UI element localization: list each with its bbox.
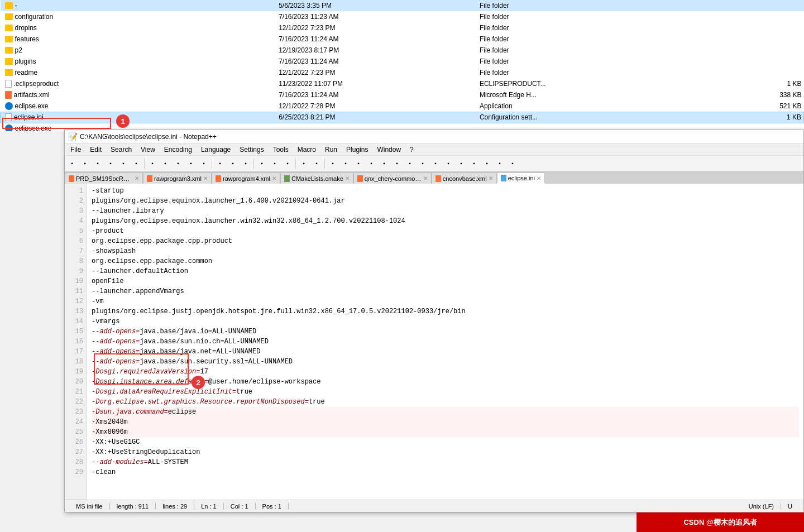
tab-close-btn[interactable]: ✕ bbox=[272, 175, 276, 181]
file-row[interactable]: configuration 7/16/2023 11:23 AM File fo… bbox=[1, 11, 804, 22]
toolbar-btn-btn11[interactable]: ▪ bbox=[442, 157, 454, 170]
toolbar-btn-find[interactable]: ▪ bbox=[130, 157, 142, 170]
toolbar-btn-close[interactable]: ▪ bbox=[104, 157, 117, 170]
toolbar-btn-new[interactable]: ▪ bbox=[66, 157, 78, 170]
tab-close-btn[interactable]: ✕ bbox=[345, 175, 350, 181]
menu-item-tools[interactable]: Tools bbox=[269, 145, 293, 155]
toolbar-btn-btn15[interactable]: ▪ bbox=[494, 157, 506, 170]
xml-icon bbox=[5, 91, 12, 99]
menu-item-run[interactable]: Run bbox=[320, 145, 342, 155]
toolbar-btn-prev[interactable]: ▪ bbox=[281, 157, 294, 170]
toolbar-btn-btn10[interactable]: ▪ bbox=[429, 157, 442, 170]
line-num-20: 20 bbox=[65, 377, 87, 387]
toolbar-btn-stop[interactable]: ▪ bbox=[269, 157, 281, 170]
menu-item-macro[interactable]: Macro bbox=[293, 145, 320, 155]
toolbar-btn-copy[interactable]: ▪ bbox=[159, 157, 171, 170]
tab-close-btn[interactable]: ✕ bbox=[203, 175, 208, 181]
code-line-9: --launcher.defaultAction bbox=[92, 266, 799, 276]
menu-item-view[interactable]: View bbox=[136, 145, 160, 155]
file-row[interactable]: features 7/16/2023 11:24 AM File folder bbox=[1, 33, 804, 45]
folder-icon bbox=[5, 25, 13, 31]
tab-close-btn[interactable]: ✕ bbox=[489, 175, 493, 181]
toolbar-btn-btn6[interactable]: ▪ bbox=[378, 157, 390, 170]
file-name[interactable]: readme bbox=[1, 67, 277, 78]
toolbar-btn-btn14[interactable]: ▪ bbox=[481, 157, 493, 170]
toolbar-btn-btn7[interactable]: ▪ bbox=[391, 157, 403, 170]
toolbar-btn-style2[interactable]: ▪ bbox=[227, 157, 239, 170]
line-num-6: 6 bbox=[65, 236, 87, 246]
toolbar-btn-btn2[interactable]: ▪ bbox=[327, 157, 339, 170]
file-date: 12/19/2023 8:17 PM bbox=[276, 45, 477, 56]
status-extra: U bbox=[781, 503, 799, 510]
folder-icon bbox=[5, 36, 13, 42]
toolbar-btn-undo[interactable]: ▪ bbox=[185, 157, 197, 170]
file-row[interactable]: artifacts.xml 7/16/2023 11:24 AM Microso… bbox=[1, 89, 804, 100]
toolbar-btn-btn5[interactable]: ▪ bbox=[365, 157, 377, 170]
toolbar-btn-style1[interactable]: ▪ bbox=[214, 157, 226, 170]
toolbar-btn-open[interactable]: ▪ bbox=[79, 157, 91, 170]
toolbar-btn-save[interactable]: ▪ bbox=[92, 157, 104, 170]
toolbar-btn-play[interactable]: ▪ bbox=[256, 157, 268, 170]
menu-item-file[interactable]: File bbox=[66, 145, 85, 155]
file-row[interactable]: plugins 7/16/2023 11:24 AM File folder bbox=[1, 56, 804, 67]
code-content[interactable]: -startupplugins/org.eclipse.equinox.laun… bbox=[87, 184, 803, 500]
file-row[interactable]: .eclipseproduct 11/23/2022 11:07 PM ECLI… bbox=[1, 78, 804, 89]
file-name[interactable]: eclipse.exe bbox=[1, 100, 277, 112]
csdn-footer: CSDN @樱木的追风者 bbox=[636, 512, 804, 532]
npp-tab-rawprogram4-xml[interactable]: rawprogram4.xml ✕ bbox=[212, 172, 280, 184]
menu-item-plugins[interactable]: Plugins bbox=[342, 145, 372, 155]
npp-tab-cnconvbase-xml[interactable]: cnconvbase.xml ✕ bbox=[432, 172, 497, 184]
npp-tab-CMakeLists-cmake[interactable]: CMakeLists.cmake ✕ bbox=[280, 172, 353, 184]
npp-tab-rawprogram3-xml[interactable]: rawprogram3.xml ✕ bbox=[143, 172, 212, 184]
toolbar-btn-paste[interactable]: ▪ bbox=[172, 157, 184, 170]
file-type: File folder bbox=[477, 67, 704, 78]
toolbar-btn-btn12[interactable]: ▪ bbox=[455, 157, 467, 170]
toolbar-btn-btn13[interactable]: ▪ bbox=[468, 157, 480, 170]
toolbar-btn-btn1[interactable]: ▪ bbox=[310, 157, 323, 170]
menu-item-settings[interactable]: Settings bbox=[235, 145, 268, 155]
code-line-28: --add-modules=ALL-SYSTEM bbox=[92, 457, 799, 467]
tab-label: qnx_chery-common.xml bbox=[365, 175, 422, 182]
file-name[interactable]: eclipse.ini bbox=[1, 112, 277, 123]
menu-item-window[interactable]: Window bbox=[372, 145, 405, 155]
menu-item-language[interactable]: Language bbox=[197, 145, 235, 155]
file-name[interactable]: artifacts.xml bbox=[1, 89, 277, 100]
file-name[interactable]: dropins bbox=[1, 22, 277, 33]
tab-close-btn[interactable]: ✕ bbox=[537, 175, 541, 181]
toolbar-btn-btn16[interactable]: ▪ bbox=[506, 157, 519, 170]
npp-tab-qnx_chery-common-xml[interactable]: qnx_chery-common.xml ✕ bbox=[353, 172, 432, 184]
tab-icon bbox=[357, 175, 363, 182]
toolbar-btn-next[interactable]: ▪ bbox=[298, 157, 310, 170]
exe-icon bbox=[5, 102, 13, 110]
toolbar-btn-btn3[interactable]: ▪ bbox=[339, 157, 352, 170]
file-name[interactable]: plugins bbox=[1, 56, 277, 67]
toolbar-btn-print[interactable]: ▪ bbox=[117, 157, 130, 170]
file-name[interactable]: - bbox=[1, 0, 277, 11]
menu-item-?[interactable]: ? bbox=[405, 145, 418, 155]
toolbar-btn-btn8[interactable]: ▪ bbox=[404, 157, 416, 170]
file-name[interactable]: features bbox=[1, 33, 277, 45]
npp-tab-eclipse-ini[interactable]: eclipse.ini ✕ bbox=[497, 172, 545, 184]
toolbar-btn-redo[interactable]: ▪ bbox=[198, 157, 210, 170]
file-name[interactable]: configuration bbox=[1, 11, 277, 22]
file-row[interactable]: readme 12/1/2022 7:23 PM File folder bbox=[1, 67, 804, 78]
file-row[interactable]: eclipse.exe 12/1/2022 7:28 PM Applicatio… bbox=[1, 100, 804, 112]
toolbar-btn-btn4[interactable]: ▪ bbox=[352, 157, 365, 170]
npp-tab-PRD_SM19SocRecoveryBootmodeSender-xml[interactable]: PRD_SM19SocRecoveryBootmodeSender.xml ✕ bbox=[65, 172, 143, 184]
line-num-25: 25 bbox=[65, 427, 87, 437]
toolbar-btn-btn9[interactable]: ▪ bbox=[417, 157, 429, 170]
file-row[interactable]: - 5/6/2023 3:35 PM File folder bbox=[1, 0, 804, 11]
menu-item-encoding[interactable]: Encoding bbox=[160, 145, 197, 155]
file-row[interactable]: dropins 12/1/2022 7:23 PM File folder bbox=[1, 22, 804, 33]
file-name[interactable]: p2 bbox=[1, 45, 277, 56]
code-line-1: -startup bbox=[92, 186, 799, 196]
tab-close-btn[interactable]: ✕ bbox=[135, 175, 139, 181]
menu-item-search[interactable]: Search bbox=[106, 145, 136, 155]
file-name[interactable]: .eclipseproduct bbox=[1, 78, 277, 89]
menu-item-edit[interactable]: Edit bbox=[85, 145, 106, 155]
file-row[interactable]: p2 12/19/2023 8:17 PM File folder bbox=[1, 45, 804, 56]
tab-close-btn[interactable]: ✕ bbox=[423, 175, 428, 181]
file-size: 1 KB bbox=[704, 78, 804, 89]
toolbar-btn-cut[interactable]: ▪ bbox=[146, 157, 159, 170]
toolbar-btn-style3[interactable]: ▪ bbox=[240, 157, 252, 170]
